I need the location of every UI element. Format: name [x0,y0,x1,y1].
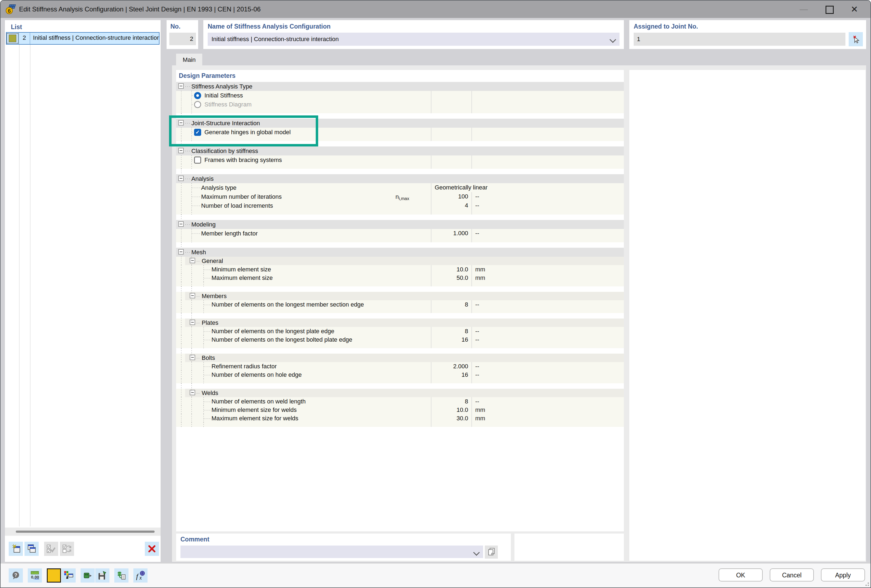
param-value[interactable]: 4 [431,201,471,210]
param-value[interactable]: 8 [431,327,471,336]
tree-line [181,422,181,427]
section-header-row[interactable]: Bolts [176,354,624,362]
param-unit: mm [471,265,624,274]
checkbox[interactable] [194,157,201,164]
param-value[interactable]: 8 [431,397,471,406]
param-value[interactable]: 16 [431,371,471,379]
param-value[interactable]: 100 [431,192,471,201]
horizontal-scrollbar[interactable] [5,528,160,536]
param-value[interactable]: 8 [431,300,471,309]
pick-joint-button[interactable] [849,32,863,46]
row-spacer [176,422,624,427]
section-header-row[interactable]: Joint-Structure Interaction [176,119,624,128]
resize-grip[interactable] [864,581,869,586]
tree-line [192,414,192,422]
tree-line [204,367,210,367]
param-row: Refinement radius factor2.000-- [176,362,624,371]
param-value[interactable]: 30.0 [431,414,471,423]
help-button[interactable]: ? [9,569,23,582]
list-column-divider [30,43,30,527]
param-row: Maximum element size for welds30.0mm [176,414,624,422]
list-toolbar [5,542,160,557]
param-value[interactable]: 50.0 [431,274,471,282]
copy-to-list-button[interactable] [114,569,129,582]
name-select-value: Initial stiffness | Connection-structure… [211,36,339,42]
tree-line [192,300,192,309]
collapse-icon[interactable] [190,258,195,263]
param-value[interactable]: 2.000 [431,362,471,371]
tree-line [197,323,201,323]
section-header-row[interactable]: Members [176,292,624,300]
scrollbar-thumb[interactable] [16,531,155,533]
tree-line [192,109,192,113]
maximize-button[interactable] [817,0,842,18]
tree-line [192,397,192,405]
collapse-icon[interactable] [178,221,184,227]
save-button[interactable] [95,569,109,582]
param-unit [471,282,624,286]
collapse-icon[interactable] [178,120,184,126]
section-header-row[interactable]: Welds [176,389,624,397]
collapse-icon[interactable] [178,176,184,181]
section-header-row[interactable]: Classification by stiffness [176,147,624,156]
list-item-selected[interactable]: 2 Initial stiffness | Connection-structu… [6,32,160,45]
tree-line [181,274,181,282]
tab-main[interactable]: Main [176,54,202,66]
row-label-cell [176,282,431,286]
section-header-row[interactable]: Modeling [176,220,624,229]
units-button[interactable]: 0, 00 [28,569,42,582]
collapse-icon[interactable] [190,355,195,360]
pick-cursor-icon [852,35,860,43]
param-value [431,165,471,169]
row-label-cell: Number of elements on hole edge [176,371,431,379]
param-value[interactable]: 16 [431,335,471,344]
import-button[interactable] [81,569,95,582]
param-value[interactable]: 1.000 [431,229,471,238]
section-header-row[interactable]: General [176,257,624,265]
tree-line [192,160,193,160]
assigned-joint-input[interactable]: 1 [634,33,846,46]
section-header-row[interactable]: Plates [176,319,624,327]
ok-button[interactable]: OK [718,569,763,582]
collapse-icon[interactable] [190,320,195,325]
delete-config-button[interactable] [145,542,159,556]
row-label-cell: Refinement radius factor [176,362,431,371]
param-value [431,238,471,242]
new-config-button[interactable] [9,542,23,556]
row-spacer [176,137,624,141]
name-select[interactable]: Initial stiffness | Connection-structure… [208,33,620,46]
collapse-icon[interactable] [178,249,184,254]
checkbox[interactable]: ✓ [194,129,201,136]
radio-button[interactable] [194,92,201,99]
copy-config-button[interactable] [24,542,39,556]
apply-button[interactable]: Apply [821,569,865,582]
param-value[interactable]: Geometrically linear [431,183,624,192]
collapse-icon[interactable] [190,390,195,395]
section-header-row[interactable]: Stiffness Analysis Type [176,82,624,91]
minimize-button[interactable]: — [792,0,816,18]
close-button[interactable]: ✕ [842,0,867,18]
cancel-button[interactable]: Cancel [770,569,814,582]
formula-button[interactable]: f x [133,569,148,582]
collapse-icon[interactable] [190,293,195,298]
collapse-icon[interactable] [178,83,184,89]
copy-comment-button[interactable] [485,546,498,559]
comment-select[interactable] [181,546,483,558]
param-value [431,91,471,100]
row-label-cell: Maximum element size [176,274,431,282]
color-swatch-cell[interactable] [6,33,18,43]
param-unit [471,109,624,113]
apply-check-button[interactable] [44,542,58,556]
section-header-row[interactable]: Mesh [176,248,624,257]
display-options-button[interactable] [61,569,76,582]
tree-line [181,286,181,292]
param-value[interactable]: 10.0 [431,265,471,274]
tree-line [192,282,192,286]
collapse-icon[interactable] [178,148,184,153]
color-button[interactable] [47,569,61,582]
row-label-cell: Maximum number of iterationsni,max [176,192,431,201]
section-header-row[interactable]: Analysis [176,174,624,183]
param-value[interactable]: 10.0 [431,405,471,414]
section-title: Stiffness Analysis Type [192,82,252,91]
transfer-check-button[interactable] [60,542,74,556]
